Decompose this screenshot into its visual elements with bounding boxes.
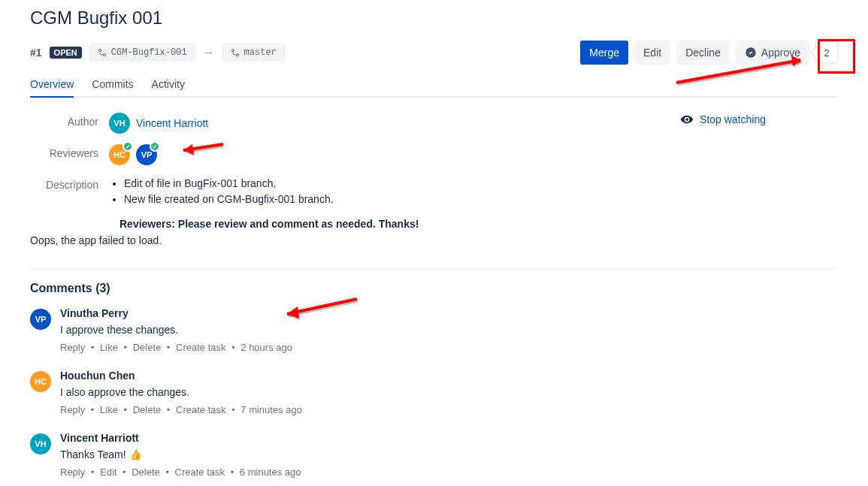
comment-actions: Reply • Like • Delete • Create task • 7 … bbox=[60, 404, 838, 415]
comment-action-delete[interactable]: Delete bbox=[133, 342, 162, 353]
comment-action-reply[interactable]: Reply bbox=[60, 342, 85, 353]
source-branch-chip[interactable]: CGM-Bugfix-001 bbox=[89, 44, 195, 62]
tabs: Overview Commits Activity bbox=[30, 72, 838, 98]
decline-button[interactable]: Decline bbox=[676, 41, 730, 65]
author-avatar[interactable]: VH bbox=[109, 113, 130, 134]
approve-count: 2 bbox=[824, 47, 829, 59]
merge-button[interactable]: Merge bbox=[580, 41, 628, 65]
svg-point-0 bbox=[98, 50, 101, 52]
comment-action-edit[interactable]: Edit bbox=[100, 466, 116, 478]
comments-heading: Comments (3) bbox=[30, 282, 838, 295]
reviewer-avatar[interactable]: HC✓ bbox=[109, 144, 130, 165]
comment-action-create_task[interactable]: Create task bbox=[176, 342, 225, 353]
pr-number: #1 bbox=[30, 47, 42, 59]
comment: VHVincent HarriottThanks Team! 👍Reply • … bbox=[30, 432, 838, 478]
description-row: Description Edit of file in BugFix-001 b… bbox=[30, 176, 838, 207]
comment: VPVinutha PerryI approve these changes.R… bbox=[30, 307, 838, 353]
tab-commits[interactable]: Commits bbox=[92, 72, 133, 98]
reviewers-row: Reviewers HC✓VP✓ bbox=[30, 144, 838, 165]
svg-point-2 bbox=[231, 50, 234, 52]
reviewer-avatar[interactable]: VP✓ bbox=[136, 144, 157, 165]
comment-text: I also approve the changes. bbox=[60, 386, 838, 398]
pr-header-left: #1 OPEN CGM-Bugfix-001 → master bbox=[30, 44, 285, 62]
source-branch-name: CGM-Bugfix-001 bbox=[111, 47, 187, 58]
comment-action-reply[interactable]: Reply bbox=[60, 466, 85, 478]
approve-count-badge: 2 bbox=[815, 41, 838, 64]
load-error: Oops, the app failed to load. bbox=[30, 234, 838, 246]
comment-text: I approve these changes. bbox=[60, 324, 838, 336]
approve-button[interactable]: Approve bbox=[736, 41, 809, 65]
author-label: Author bbox=[30, 113, 109, 128]
comment-author[interactable]: Houchun Chen bbox=[60, 370, 838, 382]
pr-actions: Merge Edit Decline Approve 2 bbox=[580, 41, 838, 65]
description-list: Edit of file in BugFix-001 branch.New fi… bbox=[109, 176, 334, 207]
comment-action-create_task[interactable]: Create task bbox=[175, 466, 225, 478]
comment-body: Vinutha PerryI approve these changes.Rep… bbox=[60, 307, 838, 353]
comment-text: Thanks Team! 👍 bbox=[60, 448, 838, 460]
reviewers-label: Reviewers bbox=[30, 144, 109, 159]
comment-action-delete[interactable]: Delete bbox=[132, 466, 160, 478]
stop-watching-link[interactable]: Stop watching bbox=[680, 113, 766, 126]
author-link[interactable]: Vincent Harriott bbox=[136, 117, 208, 129]
comment-action-reply[interactable]: Reply bbox=[60, 404, 85, 415]
comment: HCHouchun ChenI also approve the changes… bbox=[30, 370, 838, 415]
pr-state-badge: OPEN bbox=[50, 47, 82, 59]
description-item: Edit of file in BugFix-001 branch. bbox=[124, 176, 334, 192]
comment-avatar[interactable]: HC bbox=[30, 371, 51, 392]
target-branch-chip[interactable]: master bbox=[222, 44, 285, 62]
description-item: New file created on CGM-Bugfix-001 branc… bbox=[124, 192, 334, 207]
review-note: Reviewers: Please review and comment as … bbox=[119, 218, 838, 230]
comment-time: 2 hours ago bbox=[240, 342, 292, 353]
eye-icon bbox=[680, 113, 694, 126]
meta-section: Stop watching Author VH Vincent Harriott… bbox=[30, 98, 838, 254]
comment-action-like[interactable]: Like bbox=[100, 342, 118, 353]
stop-watching-label: Stop watching bbox=[700, 113, 766, 125]
tab-overview[interactable]: Overview bbox=[30, 72, 74, 98]
comment-avatar[interactable]: VP bbox=[30, 309, 51, 330]
check-circle-icon bbox=[745, 47, 757, 59]
svg-point-5 bbox=[685, 118, 688, 121]
approved-check-icon: ✓ bbox=[122, 141, 133, 152]
edit-button[interactable]: Edit bbox=[634, 41, 670, 65]
description-label: Description bbox=[30, 176, 109, 191]
comment-action-like[interactable]: Like bbox=[100, 404, 118, 415]
comment-actions: Reply • Edit • Delete • Create task • 6 … bbox=[60, 466, 838, 478]
comment-body: Houchun ChenI also approve the changes.R… bbox=[60, 370, 838, 415]
comment-time: 6 minutes ago bbox=[240, 466, 301, 478]
branch-icon bbox=[231, 48, 240, 57]
comment-action-delete[interactable]: Delete bbox=[133, 404, 162, 415]
approve-label: Approve bbox=[761, 47, 800, 59]
svg-point-1 bbox=[103, 54, 105, 56]
branch-icon bbox=[98, 48, 107, 57]
comment-action-create_task[interactable]: Create task bbox=[176, 404, 225, 415]
pr-title: CGM Bugfix 001 bbox=[30, 8, 838, 29]
approved-check-icon: ✓ bbox=[150, 141, 160, 152]
comment-author[interactable]: Vincent Harriott bbox=[60, 432, 838, 444]
comment-body: Vincent HarriottThanks Team! 👍Reply • Ed… bbox=[60, 432, 838, 478]
comment-author[interactable]: Vinutha Perry bbox=[60, 307, 838, 319]
pr-header-row: #1 OPEN CGM-Bugfix-001 → master Merge Ed… bbox=[30, 41, 838, 65]
svg-point-3 bbox=[236, 54, 238, 56]
divider bbox=[30, 269, 838, 270]
tab-activity[interactable]: Activity bbox=[152, 72, 185, 98]
comment-time: 7 minutes ago bbox=[240, 404, 302, 415]
branch-arrow-icon: → bbox=[203, 46, 215, 59]
target-branch-name: master bbox=[244, 47, 277, 58]
comment-avatar[interactable]: VH bbox=[30, 433, 51, 454]
comment-actions: Reply • Like • Delete • Create task • 2 … bbox=[60, 342, 838, 353]
